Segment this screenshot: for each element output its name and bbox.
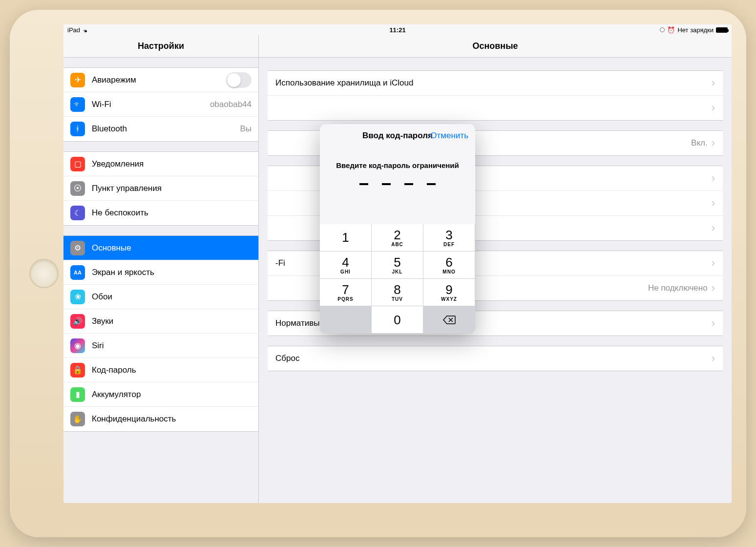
chevron-right-icon: › [712,137,715,149]
sidebar-item-privacy[interactable]: ✋ Конфиденциальность [63,407,258,431]
keypad-3[interactable]: 3DEF [423,224,475,252]
sidebar-item-control-center[interactable]: ⦿ Пункт управления [63,176,258,201]
chevron-right-icon: › [712,222,715,234]
wifi-network-value: obaobab44 [210,100,252,109]
keypad-2[interactable]: 2ABC [372,224,423,252]
sidebar-title: Настройки [63,35,258,58]
notifications-icon: ▢ [70,157,85,171]
sidebar-item-general[interactable]: ⚙ Основные [63,236,258,260]
wifi-icon: ᯤ [83,27,89,32]
modal-prompt: Введите код-пароль ограничений [320,147,475,176]
bluetooth-icon: ᚼ [70,122,85,136]
numeric-keypad: 1 2ABC 3DEF 4GHI 5JKL 6MNO 7PQRS 8TUV 9W… [320,224,475,334]
sidebar-item-passcode[interactable]: 🔒 Код-пароль [63,358,258,382]
sidebar-item-sounds[interactable]: 🔊 Звуки [63,309,258,334]
sidebar-group-notifications: ▢ Уведомления ⦿ Пункт управления ☾ Не бе… [63,151,258,226]
display-icon: AA [70,265,85,280]
modal-title: Ввод код-пароля [362,131,433,141]
pin-slot [427,183,436,185]
keypad-4[interactable]: 4GHI [320,252,372,279]
control-center-icon: ⦿ [70,181,85,196]
keypad-9[interactable]: 9WXYZ [423,279,475,306]
passcode-modal: Ввод код-пароля Отменить Введите код-пар… [320,124,475,334]
pin-slot [359,183,368,185]
sidebar-item-siri[interactable]: ◉ Siri [63,334,258,358]
keypad-8[interactable]: 8TUV [372,279,423,306]
settings-sidebar: Настройки ✈ Авиарежим ᯤ Wi-Fi obaobab44 … [63,35,259,503]
status-bar: iPad ᯤ 11:21 ⏰ Нет зарядки [63,24,732,35]
chevron-right-icon: › [712,77,715,89]
sidebar-item-wifi[interactable]: ᯤ Wi-Fi obaobab44 [63,92,258,117]
keypad-blank [320,306,372,334]
sidebar-item-bluetooth[interactable]: ᚼ Bluetooth Вы [63,117,258,141]
chevron-right-icon: › [712,352,715,365]
pin-entry [320,176,475,224]
restrictions-value: Вкл. [691,138,708,148]
cancel-button[interactable]: Отменить [430,131,468,141]
gear-icon: ⚙ [70,241,85,255]
keypad-5[interactable]: 5JKL [372,252,423,279]
sidebar-item-dnd[interactable]: ☾ Не беспокоить [63,201,258,225]
pin-slot [404,183,413,185]
detail-title: Основные [259,35,732,58]
modal-header: Ввод код-пароля Отменить [320,124,475,147]
chevron-right-icon: › [712,257,715,270]
airplane-toggle[interactable] [226,72,252,88]
chevron-right-icon: › [712,102,715,114]
keypad-7[interactable]: 7PQRS [320,279,372,306]
chevron-right-icon: › [712,282,715,295]
sidebar-group-connectivity: ✈ Авиарежим ᯤ Wi-Fi obaobab44 ᚼ Bluetoot… [63,67,258,142]
moon-icon: ☾ [70,206,85,220]
keypad-1[interactable]: 1 [320,224,372,252]
vpn-status-value: Не подключено [648,283,708,293]
lock-icon: 🔒 [70,363,85,378]
clock: 11:21 [389,26,405,34]
sounds-icon: 🔊 [70,314,85,329]
chevron-right-icon: › [712,317,715,330]
siri-icon: ◉ [70,338,85,353]
keypad-0[interactable]: 0 [372,306,423,334]
pin-slot [382,183,391,185]
bluetooth-value: Вы [240,124,252,134]
keypad-6[interactable]: 6MNO [423,252,475,279]
sidebar-item-display[interactable]: AA Экран и яркость [63,260,258,285]
screen: iPad ᯤ 11:21 ⏰ Нет зарядки Настройки ✈ А… [63,24,732,503]
charging-label: Нет зарядки [677,26,714,34]
privacy-icon: ✋ [70,412,85,426]
sidebar-item-airplane[interactable]: ✈ Авиарежим [63,68,258,92]
alarm-icon: ⏰ [667,26,675,34]
chevron-right-icon: › [712,172,715,185]
battery-settings-icon: ▮ [70,387,85,402]
battery-icon [716,27,728,33]
keypad-backspace[interactable] [423,306,475,334]
orientation-lock-icon [660,27,665,32]
wallpaper-icon: ❀ [70,290,85,304]
home-button[interactable] [29,259,59,288]
row-storage[interactable]: Использование хранилища и iCloud › [268,71,723,96]
wifi-settings-icon: ᯤ [70,97,85,112]
sidebar-item-wallpaper[interactable]: ❀ Обои [63,285,258,309]
ipad-device: iPad ᯤ 11:21 ⏰ Нет зарядки Настройки ✈ А… [10,10,746,537]
airplane-icon: ✈ [70,73,85,87]
sidebar-item-notifications[interactable]: ▢ Уведомления [63,152,258,176]
row-reset[interactable]: Сброс › [268,346,723,371]
sidebar-group-general: ⚙ Основные AA Экран и яркость ❀ Обои 🔊 З… [63,235,258,432]
row-refresh[interactable]: › [268,96,723,120]
backspace-icon [442,315,456,325]
device-label: iPad [67,26,80,34]
chevron-right-icon: › [712,197,715,210]
sidebar-item-battery[interactable]: ▮ Аккумулятор [63,382,258,407]
